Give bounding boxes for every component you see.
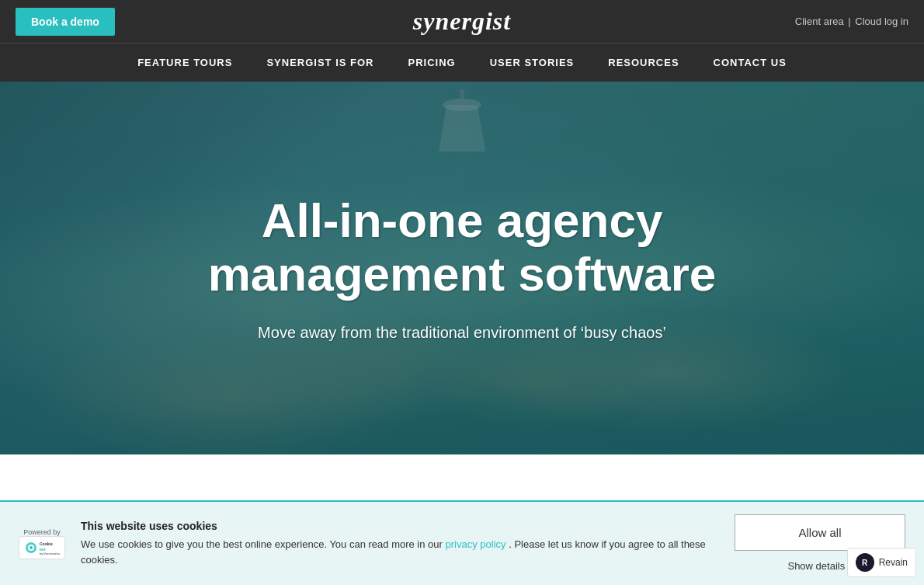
top-bar: Book a demo synergist Client area | Clou…	[0, 0, 924, 43]
nav-item-resources[interactable]: RESOURCES	[591, 44, 696, 82]
top-bar-left: Book a demo	[16, 8, 140, 36]
hero-content: All-in-one agency management software Mo…	[0, 82, 924, 454]
hero-section: All-in-one agency management software Mo…	[0, 82, 924, 454]
site-logo: synergist	[413, 7, 511, 36]
top-bar-links: Client area | Cloud log in	[784, 16, 908, 27]
hero-subtitle: Move away from the traditional environme…	[258, 324, 666, 342]
hero-title: All-in-one agency management software	[113, 194, 811, 300]
nav-item-user-stories[interactable]: USER STORIES	[473, 44, 592, 82]
client-area-link[interactable]: Client area	[795, 16, 844, 27]
nav-item-synergist-is-for[interactable]: SYNERGIST IS FOR	[249, 44, 391, 82]
book-demo-button[interactable]: Book a demo	[16, 8, 115, 36]
nav-item-pricing[interactable]: PRICING	[391, 44, 473, 82]
main-nav: FEATURE TOURS SYNERGIST IS FOR PRICING U…	[0, 43, 924, 82]
cloud-login-link[interactable]: Cloud log in	[855, 16, 908, 27]
nav-item-contact-us[interactable]: CONTACT US	[696, 44, 804, 82]
nav-item-feature-tours[interactable]: FEATURE TOURS	[120, 44, 249, 82]
separator: |	[848, 16, 850, 27]
